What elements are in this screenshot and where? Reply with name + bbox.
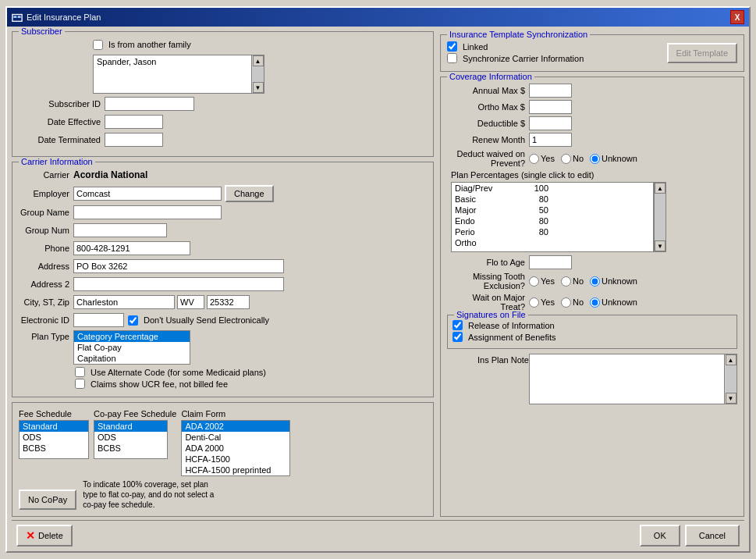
- plan-perc-item-ortho[interactable]: Ortho: [452, 237, 653, 248]
- assignment-label[interactable]: Assignment of Benefits: [453, 332, 556, 342]
- group-num-input[interactable]: [73, 223, 167, 237]
- plan-perc-item-major[interactable]: Major50: [452, 205, 653, 215]
- group-name-input[interactable]: [73, 205, 222, 219]
- plan-perc-item-endo[interactable]: Endo80: [452, 215, 653, 226]
- change-button[interactable]: Change: [225, 185, 274, 202]
- claims-show-ucr-checkbox[interactable]: [75, 379, 85, 389]
- copay-fee-schedule-item-bcbs[interactable]: BCBS: [94, 443, 167, 454]
- subscriber-name-row: Spander, Jason ▲ ▼: [19, 55, 427, 94]
- state-input[interactable]: [177, 295, 204, 309]
- claim-form-list[interactable]: ADA 2002 Denti-Cal ADA 2000 HCFA-1500 HC…: [181, 420, 290, 476]
- phone-row: Phone: [19, 240, 427, 256]
- phone-input[interactable]: [73, 241, 190, 255]
- plan-perc-scrollbar[interactable]: ▲ ▼: [654, 182, 666, 252]
- ins-plan-note-area: ▲ ▼: [529, 354, 737, 404]
- fee-schedule-box: Fee Schedule Standard ODS BCBS: [19, 409, 89, 476]
- is-from-another-family-checkbox[interactable]: [93, 40, 103, 50]
- assignment-checkbox[interactable]: [453, 332, 463, 342]
- city-input[interactable]: [73, 295, 175, 309]
- claim-form-item-hcfa1500[interactable]: HCFA-1500: [182, 454, 289, 465]
- plan-type-item-category-percentage[interactable]: Category Percentage: [74, 331, 190, 342]
- ins-plan-note-input[interactable]: [530, 354, 724, 404]
- ins-note-scroll-down[interactable]: ▼: [726, 393, 736, 404]
- sync-carrier-label[interactable]: Synchronize Carrier Information: [447, 53, 584, 63]
- ins-note-scroll-up[interactable]: ▲: [726, 354, 736, 365]
- deductible-input[interactable]: [529, 116, 572, 130]
- electronic-id-input[interactable]: [73, 313, 124, 327]
- release-label[interactable]: Release of Information: [453, 320, 555, 330]
- plan-perc-list[interactable]: Diag/Prev100 Basic80 Major50 Endo80: [451, 182, 654, 252]
- deduct-waived-no[interactable]: No: [561, 154, 584, 164]
- dont-send-electronically-checkbox[interactable]: [128, 315, 138, 326]
- address-label: Address: [19, 262, 73, 271]
- group-num-label: Group Num: [19, 226, 73, 235]
- delete-button[interactable]: ✕ Delete: [16, 525, 73, 547]
- ok-button[interactable]: OK: [640, 525, 680, 547]
- wait-on-major-no[interactable]: No: [561, 297, 584, 308]
- address-input[interactable]: [73, 259, 284, 273]
- deduct-waived-yes[interactable]: Yes: [529, 154, 555, 164]
- wait-on-major-unknown[interactable]: Unknown: [590, 297, 637, 308]
- fee-schedule-item-bcbs[interactable]: BCBS: [20, 443, 88, 454]
- fee-schedule-list[interactable]: Standard ODS BCBS: [19, 420, 89, 459]
- annual-max-input[interactable]: [529, 84, 572, 98]
- ortho-max-input[interactable]: [529, 100, 572, 114]
- plan-perc-scroll-up[interactable]: ▲: [655, 183, 665, 194]
- date-terminated-input[interactable]: [105, 133, 163, 147]
- subscriber-name-scrollbar[interactable]: ▲ ▼: [251, 55, 264, 93]
- claim-form-item-ada2000[interactable]: ADA 2000: [182, 443, 289, 454]
- flo-to-age-input[interactable]: [529, 255, 572, 269]
- employer-input[interactable]: [73, 187, 222, 201]
- release-checkbox[interactable]: [453, 320, 463, 330]
- plan-perc-item-perio[interactable]: Perio80: [452, 226, 653, 237]
- fee-schedule-item-ods[interactable]: ODS: [20, 432, 88, 443]
- linked-checkbox[interactable]: [447, 41, 457, 52]
- claim-form-item-ada2002[interactable]: ADA 2002: [182, 421, 289, 432]
- address2-input[interactable]: [73, 277, 284, 291]
- plan-perc-scroll-down[interactable]: ▼: [655, 240, 665, 251]
- flo-to-age-row: Flo to Age: [447, 255, 737, 269]
- use-alternate-code-label[interactable]: Use Alternate Code (for some Medicaid pl…: [75, 367, 266, 377]
- plan-type-item-capitation[interactable]: Capitation: [74, 353, 190, 364]
- no-copay-button[interactable]: No CoPay: [19, 490, 76, 510]
- ins-plan-note-label: Ins Plan Note: [447, 355, 529, 365]
- date-terminated-row: Date Terminated: [19, 132, 427, 148]
- zip-input[interactable]: [207, 295, 250, 309]
- release-row: Release of Information: [453, 320, 732, 330]
- is-from-another-family-label[interactable]: Is from another family: [93, 40, 191, 50]
- plan-perc-item-diagprev[interactable]: Diag/Prev100: [452, 183, 653, 194]
- missing-tooth-unknown[interactable]: Unknown: [590, 276, 637, 287]
- footer-bar: ✕ Delete OK Cancel: [12, 520, 744, 550]
- cancel-button[interactable]: Cancel: [685, 525, 740, 547]
- copay-fee-schedule-item-standard[interactable]: Standard: [94, 421, 167, 432]
- claim-form-item-denti-cal[interactable]: Denti-Cal: [182, 432, 289, 443]
- dont-send-electronically-label[interactable]: Don't Usually Send Electronically: [128, 315, 269, 326]
- ins-note-scrollbar[interactable]: ▲ ▼: [724, 354, 736, 404]
- linked-label[interactable]: Linked: [447, 41, 488, 52]
- deduct-waived-unknown[interactable]: Unknown: [590, 154, 637, 164]
- scroll-up-btn[interactable]: ▲: [253, 55, 264, 66]
- renew-month-input[interactable]: [529, 133, 572, 147]
- subscriber-id-input[interactable]: [105, 97, 194, 111]
- copay-fee-schedule-list[interactable]: Standard ODS BCBS: [94, 420, 168, 459]
- wait-on-major-yes[interactable]: Yes: [529, 297, 555, 308]
- date-effective-input[interactable]: [105, 115, 163, 129]
- plan-type-list[interactable]: Category Percentage Flat Co-pay Capitati…: [73, 330, 190, 365]
- copay-fee-schedule-item-ods[interactable]: ODS: [94, 432, 167, 443]
- claim-form-item-hcfa1500pre[interactable]: HCFA-1500 preprinted: [182, 465, 289, 475]
- fee-schedule-item-standard[interactable]: Standard: [20, 421, 88, 432]
- use-alternate-code-checkbox[interactable]: [75, 367, 85, 377]
- sync-carrier-checkbox[interactable]: [447, 53, 457, 63]
- missing-tooth-no[interactable]: No: [561, 276, 584, 287]
- edit-template-button[interactable]: Edit Template: [667, 43, 737, 63]
- plan-type-item-flat-copay[interactable]: Flat Co-pay: [74, 342, 190, 353]
- carrier-label: Carrier: [19, 170, 73, 180]
- plan-perc-item-basic[interactable]: Basic80: [452, 194, 653, 205]
- missing-tooth-yes[interactable]: Yes: [529, 276, 555, 287]
- window-icon: [12, 12, 23, 23]
- annual-max-row: Annual Max $: [447, 84, 737, 98]
- date-effective-row: Date Effective: [19, 114, 427, 130]
- scroll-down-btn[interactable]: ▼: [253, 82, 264, 93]
- claims-show-ucr-label[interactable]: Claims show UCR fee, not billed fee: [75, 379, 228, 389]
- close-button[interactable]: X: [730, 10, 744, 24]
